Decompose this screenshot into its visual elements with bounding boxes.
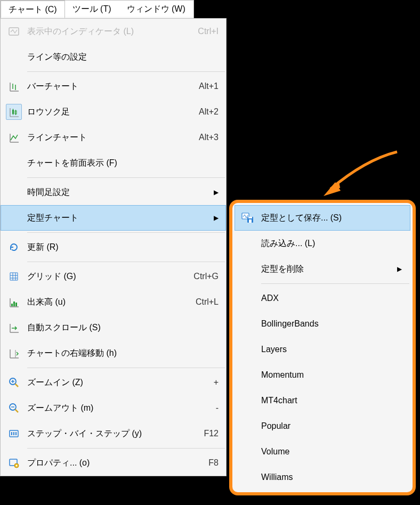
menu-label: 定型を削除 — [261, 264, 392, 275]
menu-label: 時間足設定 — [27, 187, 208, 198]
submenu-template-item[interactable]: BollingerBands — [235, 311, 410, 337]
menu-label: ライン等の設定 — [27, 52, 219, 63]
svg-line-16 — [15, 410, 19, 413]
shift-icon — [6, 345, 22, 361]
submenu-arrow-icon: ▶ — [392, 265, 402, 273]
menu-item-properties[interactable]: プロパティ... (o) F8 — [1, 450, 226, 476]
refresh-icon — [6, 239, 22, 255]
menu-item-step[interactable]: ステップ・バイ・ステップ (y) F12 — [1, 421, 226, 446]
autoscroll-icon — [6, 320, 22, 336]
svg-rect-27 — [249, 219, 252, 223]
menu-separator — [27, 177, 225, 178]
svg-rect-8 — [13, 302, 15, 306]
menu-shortcut: Ctrl+I — [192, 27, 219, 36]
menubar: チャート (C) ツール (T) ウィンドウ (W) — [0, 0, 194, 19]
menu-item-zoomout[interactable]: ズームアウト (m) - — [1, 395, 226, 421]
menu-shortcut: - — [211, 403, 219, 413]
submenu-item-save[interactable]: 定型として保存... (S) — [235, 205, 410, 231]
step-icon — [6, 426, 22, 442]
menu-item-shift[interactable]: チャートの右端移動 (h) — [1, 340, 226, 366]
submenu-template-item[interactable]: Layers — [235, 337, 410, 362]
menu-label: ズームアウト (m) — [27, 403, 211, 414]
submenu-template-item[interactable]: Momentum — [235, 362, 410, 388]
menu-label: BollingerBands — [261, 319, 402, 329]
menu-shortcut: Alt+1 — [193, 82, 219, 91]
submenu-item-load[interactable]: 読み込み... (L) — [235, 231, 410, 256]
menu-label: バーチャート — [27, 81, 193, 92]
submenu-item-delete[interactable]: 定型を削除 ▶ — [235, 256, 410, 282]
menubar-item-chart[interactable]: チャート (C) — [1, 1, 65, 18]
menu-item-lines[interactable]: ライン等の設定 — [1, 44, 226, 70]
menu-item-template[interactable]: 定型チャート ▶ — [1, 205, 226, 231]
menu-item-volume[interactable]: 出来高 (u) Ctrl+L — [1, 289, 226, 315]
candlestick-icon — [6, 104, 22, 120]
menubar-item-window[interactable]: ウィンドウ (W) — [119, 1, 193, 18]
menu-item-barchart[interactable]: バーチャート Alt+1 — [1, 74, 226, 99]
submenu-template-item[interactable]: Williams — [235, 465, 410, 490]
menu-label: Volume — [261, 447, 402, 457]
menu-label: チャートの右端移動 (h) — [27, 348, 219, 359]
menu-item-foreground[interactable]: チャートを前面表示 (F) — [1, 150, 226, 176]
menu-label: MT4chart — [261, 396, 402, 405]
submenu-template-item[interactable]: Volume — [235, 439, 410, 465]
menu-item-timeframe[interactable]: 時間足設定 ▶ — [1, 180, 226, 205]
menu-shortcut: Alt+2 — [193, 107, 219, 117]
menu-label: ラインチャート — [27, 132, 193, 143]
svg-rect-20 — [13, 432, 14, 435]
menu-label: Layers — [261, 345, 402, 354]
menu-label: 出来高 (u) — [27, 297, 190, 308]
menu-label: 定型チャート — [27, 213, 208, 224]
menu-label: Popular — [261, 421, 402, 431]
template-submenu: 定型として保存... (S) 読み込み... (L) 定型を削除 ▶ ADX B… — [229, 200, 416, 495]
menu-item-candlestick[interactable]: ロウソク足 Alt+2 — [1, 99, 226, 125]
barchart-icon — [6, 78, 22, 94]
menu-item-zoomin[interactable]: ズームイン (Z) + — [1, 370, 226, 395]
svg-point-24 — [16, 465, 18, 467]
menubar-item-tools[interactable]: ツール (T) — [65, 1, 119, 18]
svg-rect-28 — [248, 217, 252, 218]
annotation-arrow — [317, 149, 402, 202]
menu-item-grid[interactable]: グリッド (G) Ctrl+G — [1, 264, 226, 289]
menu-label: 読み込み... (L) — [261, 238, 402, 249]
svg-rect-19 — [11, 432, 12, 435]
menu-separator — [27, 232, 225, 233]
menu-separator — [27, 71, 225, 72]
volume-icon — [6, 294, 22, 310]
svg-line-12 — [15, 384, 19, 387]
menu-label: ADX — [261, 294, 402, 303]
menu-label: 更新 (R) — [27, 242, 219, 253]
menu-label: チャートを前面表示 (F) — [27, 158, 219, 169]
menu-label: ロウソク足 — [27, 107, 193, 118]
zoom-in-icon — [6, 374, 22, 390]
menu-separator — [27, 368, 225, 368]
menu-label: ステップ・バイ・ステップ (y) — [27, 428, 198, 439]
grid-icon — [6, 268, 22, 284]
menu-label: Williams — [261, 473, 402, 482]
menu-label: ズームイン (Z) — [27, 377, 208, 388]
svg-rect-9 — [15, 303, 17, 306]
menu-label: 表示中のインディケータ (L) — [27, 26, 192, 37]
menu-separator — [27, 262, 225, 262]
submenu-template-item[interactable]: ADX — [235, 286, 410, 311]
submenu-arrow-icon: ▶ — [208, 214, 219, 222]
submenu-template-item[interactable]: Popular — [235, 413, 410, 439]
menu-separator — [27, 448, 225, 449]
menu-label: 定型として保存... (S) — [261, 213, 402, 224]
menu-separator — [261, 283, 409, 284]
indicators-icon — [6, 23, 22, 39]
submenu-template-item[interactable]: MT4chart — [235, 388, 410, 413]
menu-shortcut: Ctrl+L — [190, 297, 219, 307]
save-template-icon — [240, 210, 256, 226]
menu-item-autoscroll[interactable]: 自動スクロール (S) — [1, 315, 226, 340]
properties-icon — [6, 455, 22, 471]
chart-menu: 表示中のインディケータ (L) Ctrl+I ライン等の設定 バーチャート Al… — [0, 18, 227, 476]
menu-shortcut: Alt+3 — [193, 133, 219, 142]
menu-shortcut: + — [208, 378, 219, 387]
menu-item-linechart[interactable]: ラインチャート Alt+3 — [1, 125, 226, 150]
menu-label: 自動スクロール (S) — [27, 322, 219, 333]
zoom-out-icon — [6, 400, 22, 416]
menu-label: グリッド (G) — [27, 271, 188, 282]
menu-item-indicators[interactable]: 表示中のインディケータ (L) Ctrl+I — [1, 19, 226, 44]
menu-item-refresh[interactable]: 更新 (R) — [1, 234, 226, 260]
menu-label: Momentum — [261, 370, 402, 380]
